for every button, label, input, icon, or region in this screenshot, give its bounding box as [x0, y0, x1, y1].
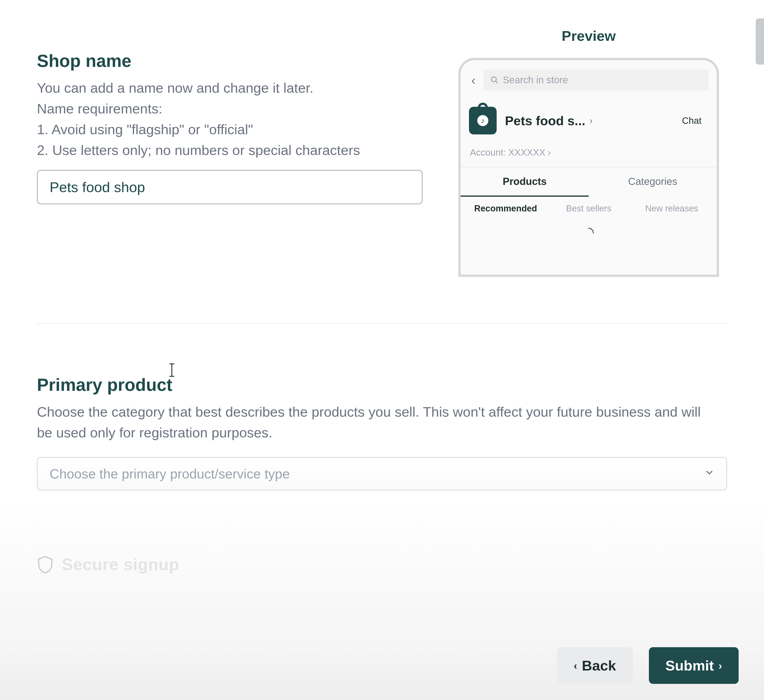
phone-preview-frame: ‹ Search in store ♪ Pets food s...: [458, 58, 719, 277]
shop-bag-icon: ♪: [469, 107, 497, 134]
submit-button-label: Submit: [665, 657, 714, 674]
subtab-new-releases[interactable]: New releases: [631, 203, 712, 214]
shop-name-input[interactable]: [37, 170, 423, 204]
phone-top-row: ‹ Search in store: [461, 60, 717, 97]
preview-search-bar[interactable]: Search in store: [484, 69, 708, 91]
chat-button[interactable]: Chat: [675, 116, 709, 126]
primary-product-section: Primary product Choose the category that…: [37, 324, 727, 536]
primary-product-select[interactable]: Choose the primary product/service type: [37, 457, 727, 491]
select-placeholder: Choose the primary product/service type: [50, 466, 290, 481]
shop-name-left-column: Shop name You can add a name now and cha…: [37, 14, 423, 277]
back-icon[interactable]: ‹: [469, 73, 478, 88]
preview-title: Preview: [450, 28, 727, 44]
shop-name-title: Shop name: [37, 51, 423, 71]
tab-categories[interactable]: Categories: [589, 167, 717, 197]
back-button-label: Back: [582, 657, 616, 674]
shield-icon: [37, 555, 53, 573]
preview-shop-name-link[interactable]: Pets food s... ›: [505, 113, 667, 128]
secure-signup-title: Secure signup: [62, 555, 179, 574]
helper-line: 2. Use letters only; no numbers or speci…: [37, 140, 423, 161]
footer-actions: ‹ Back Submit ›: [0, 636, 764, 700]
subtab-best-sellers[interactable]: Best sellers: [548, 203, 629, 214]
primary-product-helper: Choose the category that best describes …: [37, 402, 706, 443]
secure-signup-section: Secure signup: [37, 536, 727, 574]
tab-products[interactable]: Products: [461, 167, 589, 197]
helper-line: You can add a name now and change it lat…: [37, 78, 423, 98]
chevron-down-icon: [704, 467, 714, 480]
search-icon: [490, 76, 499, 84]
scrollbar-hint[interactable]: [756, 19, 764, 64]
chevron-left-icon: ‹: [574, 659, 577, 672]
preview-sub-tabs: Recommended Best sellers New releases: [461, 197, 717, 220]
helper-line: 1. Avoid using "flagship" or "official": [37, 119, 423, 140]
helper-line: Name requirements:: [37, 98, 423, 119]
preview-shop-name: Pets food s...: [505, 113, 586, 128]
preview-account-link[interactable]: Account: XXXXXX ›: [461, 143, 717, 167]
svg-line-1: [496, 81, 498, 83]
account-label: Account: XXXXXX: [470, 147, 545, 158]
chevron-right-icon: ›: [719, 659, 722, 672]
chevron-right-icon: ›: [548, 147, 551, 158]
onboarding-form-page: Shop name You can add a name now and cha…: [0, 0, 764, 700]
preview-column: Preview ‹ Search in store ♪: [450, 14, 727, 277]
chevron-right-icon: ›: [590, 116, 593, 126]
shop-name-helper: You can add a name now and change it lat…: [37, 78, 423, 161]
subtab-recommended[interactable]: Recommended: [465, 203, 546, 214]
shop-name-section: Shop name You can add a name now and cha…: [37, 14, 727, 324]
svg-point-0: [492, 77, 496, 82]
loading-spinner-icon: [461, 220, 717, 241]
search-placeholder: Search in store: [503, 75, 568, 86]
preview-shop-header: ♪ Pets food s... › Chat: [461, 97, 717, 143]
submit-button[interactable]: Submit ›: [649, 647, 739, 684]
primary-product-title: Primary product: [37, 375, 727, 395]
preview-main-tabs: Products Categories: [461, 167, 717, 197]
back-button[interactable]: ‹ Back: [557, 647, 633, 684]
